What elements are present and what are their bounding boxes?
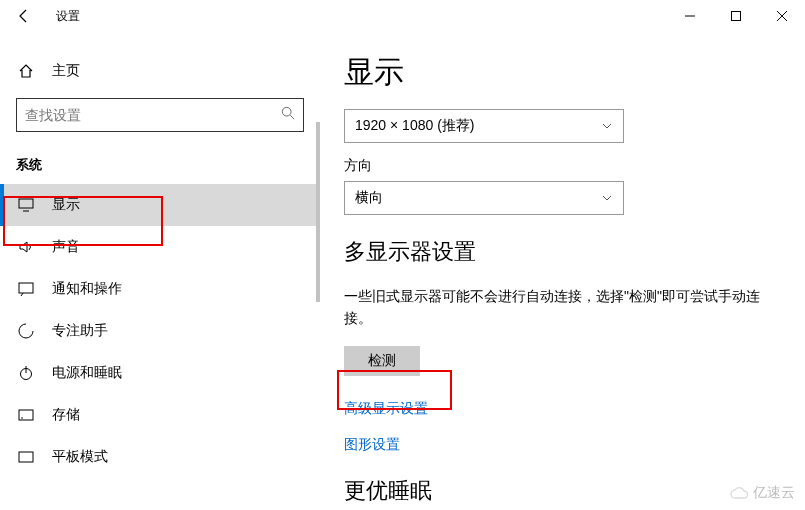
maximize-button[interactable] <box>713 0 759 32</box>
svg-rect-1 <box>732 12 741 21</box>
minimize-button[interactable] <box>667 0 713 32</box>
sidebar-item-power[interactable]: 电源和睡眠 <box>0 352 320 394</box>
sidebar-item-focus[interactable]: 专注助手 <box>0 310 320 352</box>
minimize-icon <box>685 11 695 21</box>
svg-point-12 <box>21 417 23 419</box>
watermark: 亿速云 <box>729 484 795 502</box>
sidebar-item-display[interactable]: 显示 <box>0 184 320 226</box>
power-icon <box>16 365 36 381</box>
home-link[interactable]: 主页 <box>0 52 320 90</box>
sidebar-item-notifications[interactable]: 通知和操作 <box>0 268 320 310</box>
sidebar-item-label: 电源和睡眠 <box>52 364 122 382</box>
sidebar-item-label: 通知和操作 <box>52 280 122 298</box>
storage-icon <box>16 409 36 421</box>
multi-display-desc: 一些旧式显示器可能不会进行自动连接，选择"检测"即可尝试手动连接。 <box>344 285 781 330</box>
sound-icon <box>16 240 36 254</box>
svg-line-5 <box>290 115 294 119</box>
search-input[interactable] <box>25 107 281 123</box>
sidebar-item-tablet[interactable]: 平板模式 <box>0 436 320 470</box>
sidebar-item-label: 显示 <box>52 196 80 214</box>
content-area: 显示 1920 × 1080 (推荐) 方向 横向 多显示器设置 一些旧式显示器… <box>320 32 805 510</box>
scrollbar-thumb[interactable] <box>316 122 320 302</box>
svg-rect-6 <box>19 199 33 208</box>
advanced-display-link[interactable]: 高级显示设置 <box>344 400 781 418</box>
sidebar-item-label: 专注助手 <box>52 322 108 340</box>
sidebar: 主页 系统 显示 声音 通知和操作 专注助手 <box>0 32 320 510</box>
sidebar-item-label: 平板模式 <box>52 448 108 466</box>
window-title: 设置 <box>56 8 80 25</box>
display-icon <box>16 198 36 212</box>
focus-icon <box>16 323 36 339</box>
sidebar-item-storage[interactable]: 存储 <box>0 394 320 436</box>
back-button[interactable] <box>0 0 48 32</box>
orientation-select[interactable]: 横向 <box>344 181 624 215</box>
chevron-down-icon <box>601 192 613 204</box>
better-sleep-heading: 更优睡眠 <box>344 476 781 506</box>
sidebar-item-label: 声音 <box>52 238 80 256</box>
arrow-left-icon <box>16 8 32 24</box>
detect-button[interactable]: 检测 <box>344 346 420 376</box>
resolution-value: 1920 × 1080 (推荐) <box>355 117 474 135</box>
graphics-settings-link[interactable]: 图形设置 <box>344 436 781 454</box>
home-icon <box>16 63 36 79</box>
notification-icon <box>16 282 36 296</box>
home-label: 主页 <box>52 62 80 80</box>
close-icon <box>777 11 787 21</box>
section-header: 系统 <box>0 148 320 184</box>
svg-rect-8 <box>19 283 33 293</box>
close-button[interactable] <box>759 0 805 32</box>
cloud-icon <box>729 486 749 500</box>
sidebar-item-label: 存储 <box>52 406 80 424</box>
chevron-down-icon <box>601 120 613 132</box>
tablet-icon <box>16 451 36 463</box>
svg-rect-13 <box>19 452 33 462</box>
page-title: 显示 <box>344 52 781 93</box>
svg-rect-11 <box>19 410 33 420</box>
orientation-label: 方向 <box>344 157 781 175</box>
svg-point-4 <box>282 107 291 116</box>
sidebar-item-sound[interactable]: 声音 <box>0 226 320 268</box>
multi-display-heading: 多显示器设置 <box>344 237 781 267</box>
orientation-value: 横向 <box>355 189 383 207</box>
search-icon <box>281 106 295 124</box>
resolution-select[interactable]: 1920 × 1080 (推荐) <box>344 109 624 143</box>
search-box[interactable] <box>16 98 304 132</box>
maximize-icon <box>731 11 741 21</box>
